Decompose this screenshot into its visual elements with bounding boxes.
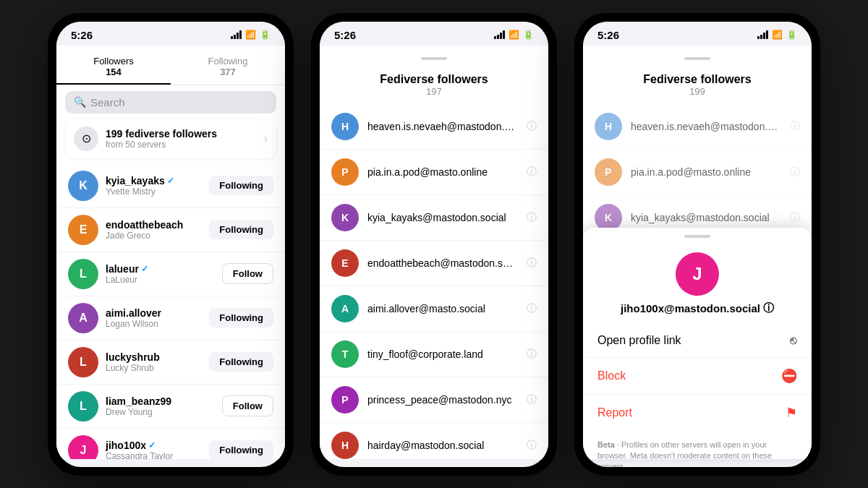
fedi-username: hairday@mastodon.social [367, 440, 518, 451]
report-label: Report [597, 406, 786, 419]
phone-3: 5:26 📶 🔋 [574, 13, 820, 476]
avatar: K [595, 204, 622, 231]
following-button[interactable]: Following [209, 220, 273, 239]
fediverse-list-title: Fediverse followers [331, 73, 537, 86]
info-icon[interactable]: ⓘ [527, 120, 537, 133]
list-item[interactable]: T tiny_floof@corporate.land ⓘ [320, 332, 548, 377]
follow-button[interactable]: Follow [222, 395, 273, 416]
fediverse-title: 199 fediverse followers [106, 128, 257, 140]
following-button[interactable]: Following [209, 352, 273, 372]
info-icon[interactable]: ⓘ [527, 166, 537, 179]
info-icon-sheet: ⓘ [763, 301, 774, 315]
signal-icon [494, 30, 505, 39]
list-item[interactable]: H heaven.is.nevaeh@mastodon.social ⓘ [320, 104, 548, 150]
info-icon[interactable]: ⓘ [527, 439, 537, 452]
block-label: Block [597, 369, 781, 382]
list-item[interactable]: L luckyshrub Lucky Shrub Following [56, 340, 285, 384]
tab-following[interactable]: Following 377 [171, 48, 285, 85]
report-icon: ⚑ [786, 405, 797, 421]
avatar: P [595, 158, 622, 186]
fediverse-row[interactable]: ⊙ 199 fediverse followers from 50 server… [65, 119, 276, 158]
sheet-drag-handle [684, 235, 710, 238]
screen-2-content: Fediverse followers 197 H heaven.is.neva… [320, 46, 548, 459]
fediverse-list-header: Fediverse followers 197 [320, 63, 548, 104]
follow-button[interactable]: Follow [222, 263, 273, 284]
info-icon[interactable]: ⓘ [527, 302, 537, 315]
following-button[interactable]: Following [209, 176, 273, 195]
user-handle: Logan Wilson [106, 319, 202, 329]
list-item[interactable]: E endoatthebeach Jade Greco Following [56, 207, 285, 252]
info-icon[interactable]: ⓘ [527, 211, 537, 224]
status-bar-2: 5:26 📶 🔋 [320, 22, 548, 46]
list-item[interactable]: E endoatthebeach@mastodon.social ⓘ [320, 241, 548, 286]
user-handle: Cassandra Taylor [106, 451, 202, 459]
battery-icon: 🔋 [523, 30, 534, 40]
status-time-1: 5:26 [71, 29, 93, 41]
user-info: endoatthebeach Jade Greco [106, 219, 202, 241]
username: aimi.allover [106, 307, 202, 319]
wifi-icon: 📶 [772, 30, 783, 40]
search-input[interactable]: Search [90, 96, 125, 108]
block-action[interactable]: Block ⛔ [583, 358, 812, 395]
avatar: H [595, 113, 622, 140]
avatar: E [331, 249, 359, 277]
status-icons-1: 📶 🔋 [231, 30, 271, 40]
list-item[interactable]: A aimi.allover Logan Wilson Following [56, 296, 285, 340]
open-profile-action[interactable]: Open profile link ⎋ [583, 324, 812, 358]
verified-icon: ✓ [148, 440, 156, 450]
beta-disclaimer: Beta · Profiles on other servers will op… [583, 431, 812, 467]
tabs-header: Followers 154 Following 377 [56, 46, 285, 85]
fedi-username: pia.in.a.pod@masto.online [631, 166, 781, 178]
info-icon[interactable]: ⓘ [527, 348, 537, 361]
report-action[interactable]: Report ⚑ [583, 395, 812, 431]
tab-followers-label: Followers [56, 56, 171, 67]
fediverse-list-header-3: Fediverse followers 199 [583, 63, 812, 104]
list-item[interactable]: K kyia_kayaks ✓ Yvette Mistry Following [56, 164, 285, 207]
following-button[interactable]: Following [209, 308, 273, 328]
screen-3-content: Fediverse followers 199 H heaven.is.neva… [583, 46, 812, 459]
avatar: P [331, 386, 359, 414]
username: kyia_kayaks ✓ [106, 175, 202, 187]
info-icon[interactable]: ⓘ [527, 257, 537, 270]
fediverse-info: 199 fediverse followers from 50 servers [106, 128, 257, 150]
avatar: L [68, 347, 98, 377]
fedi-username: tiny_floof@corporate.land [367, 348, 518, 360]
fedi-username: kyia_kayaks@mastodon.social [367, 212, 518, 223]
sheet-username: jiho100x@mastodon.social ⓘ [595, 301, 800, 315]
list-item[interactable]: P pia.in.a.pod@masto.online ⓘ [320, 150, 548, 195]
user-handle: Yvette Mistry [106, 187, 202, 197]
list-item[interactable]: J jiho100x ✓ Cassandra Taylor Following [56, 428, 285, 459]
user-handle: Lucky Shrub [106, 363, 202, 373]
avatar: J [68, 435, 98, 459]
search-bar[interactable]: 🔍 Search [65, 91, 276, 114]
tab-following-count: 377 [171, 67, 285, 77]
open-profile-label: Open profile link [597, 334, 790, 347]
list-item: H heaven.is.nevaeh@mastodon.social ⓘ [583, 104, 812, 150]
search-icon: 🔍 [74, 96, 86, 108]
info-icon[interactable]: ⓘ [527, 393, 537, 406]
list-item[interactable]: L lalueur ✓ LaLueur Follow [56, 252, 285, 296]
avatar: H [331, 113, 359, 140]
list-item[interactable]: L liam_beanz99 Drew Young Follow [56, 384, 285, 428]
tab-followers[interactable]: Followers 154 [56, 48, 171, 85]
battery-icon: 🔋 [786, 30, 797, 40]
avatar: K [331, 204, 359, 231]
verified-icon: ✓ [141, 264, 148, 274]
tab-followers-count: 154 [56, 67, 171, 77]
list-item[interactable]: P princess_peace@mastodon.nyc ⓘ [320, 377, 548, 423]
phone-1: 5:26 📶 🔋 Followers [48, 13, 294, 476]
list-item[interactable]: K kyia_kayaks@mastodon.social ⓘ [320, 195, 548, 241]
fediverse-subtitle: from 50 servers [106, 140, 257, 150]
list-item: P pia.in.a.pod@masto.online ⓘ [583, 150, 812, 195]
external-link-icon: ⎋ [790, 334, 797, 347]
following-button[interactable]: Following [209, 440, 273, 459]
status-icons-2: 📶 🔋 [494, 30, 534, 40]
phone-2: 5:26 📶 🔋 Fediverse foll [311, 13, 557, 476]
sheet-avatar: J [676, 252, 719, 296]
list-item[interactable]: H hairday@mastodon.social ⓘ [320, 423, 548, 459]
avatar: E [68, 215, 98, 245]
list-item[interactable]: A aimi.allover@masto.social ⓘ [320, 286, 548, 332]
avatar: L [68, 259, 98, 289]
username: luckyshrub [106, 351, 202, 363]
avatar: T [331, 341, 359, 368]
